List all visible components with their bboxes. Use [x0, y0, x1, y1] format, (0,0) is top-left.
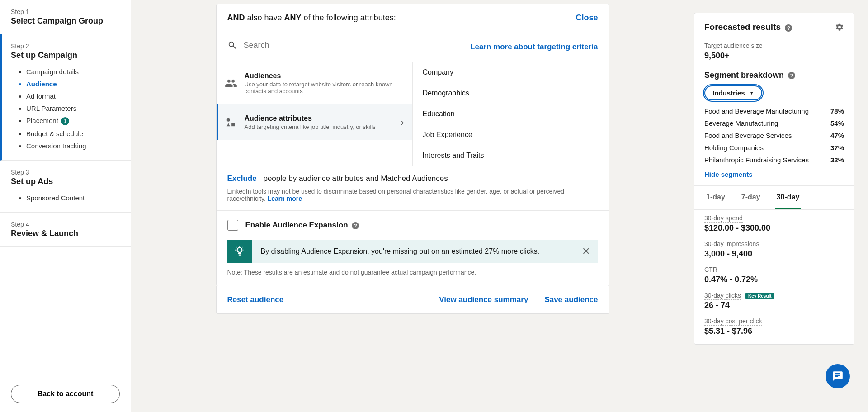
step-label: Step 4 [11, 221, 120, 228]
segment-row: Philanthropic Fundraising Services32% [694, 154, 854, 166]
exclude-row: Exclude people by audience attributes an… [217, 166, 609, 188]
forecast-title: Forecasted results ? [704, 22, 792, 32]
chevron-right-icon: › [401, 117, 404, 128]
step-2-items: Campaign details Audience Ad format URL … [26, 66, 120, 152]
subcat-demographics[interactable]: Demographics [413, 83, 609, 104]
audiences-title: Audiences [245, 72, 404, 80]
step-title: Set up Campaign [11, 51, 120, 60]
step-title: Set up Ads [11, 177, 120, 186]
exclude-link[interactable]: Exclude [227, 174, 257, 183]
tab-30day[interactable]: 30-day [775, 186, 802, 209]
step-4[interactable]: Step 4 Review & Launch [0, 213, 131, 247]
gear-icon[interactable] [835, 23, 844, 32]
step-label: Step 2 [11, 43, 120, 50]
disclaimer: LinkedIn tools may not be used to discri… [217, 188, 609, 211]
attributes-title: Audience attributes [245, 114, 376, 123]
metric-impressions: 30-day impressions 3,000 - 9,400 [694, 236, 854, 261]
chat-icon [832, 370, 844, 382]
hide-segments-link[interactable]: Hide segments [694, 166, 854, 186]
audiences-option[interactable]: Audiences Use your data to retarget webs… [217, 62, 412, 104]
metric-spend: 30-day spend $120.00 - $300.00 [694, 210, 854, 236]
target-size-label: Target audience size [704, 42, 762, 50]
people-icon [225, 77, 237, 90]
substep-ad-format[interactable]: Ad format [26, 90, 120, 102]
main-content: AND also have ANY of the following attri… [131, 0, 694, 412]
view-summary-button[interactable]: View audience summary [439, 295, 528, 304]
actions-bar: Reset audience View audience summary Sav… [216, 286, 609, 314]
step-3[interactable]: Step 3 Set up Ads Sponsored Content [0, 161, 131, 213]
subcat-company[interactable]: Company [413, 62, 609, 83]
help-icon[interactable]: ? [352, 222, 359, 229]
subcat-education[interactable]: Education [413, 104, 609, 124]
help-icon[interactable]: ? [785, 24, 792, 32]
metric-cpc: 30-day cost per click $5.31 - $7.96 [694, 313, 854, 339]
segment-row: Beverage Manufacturing54% [694, 117, 854, 129]
chat-fab[interactable] [826, 364, 850, 388]
alert-text: By disabling Audience Expansion, you're … [252, 240, 574, 263]
enable-expansion-label: Enable Audience Expansion ? [245, 221, 359, 230]
subcat-interests-traits[interactable]: Interests and Traits [413, 145, 609, 166]
expansion-alert: By disabling Audience Expansion, you're … [227, 240, 598, 263]
svg-point-2 [237, 247, 242, 252]
reset-audience-button[interactable]: Reset audience [227, 295, 284, 304]
help-icon[interactable]: ? [788, 72, 795, 79]
back-to-account-button[interactable]: Back to account [11, 385, 120, 403]
step-title: Review & Launch [11, 229, 120, 238]
segment-list: Food and Beverage Manufacturing78% Bever… [694, 105, 854, 166]
lightbulb-icon [234, 246, 245, 257]
segment-row: Holding Companies37% [694, 142, 854, 154]
learn-more-targeting-link[interactable]: Learn more about targeting criteria [470, 43, 598, 52]
shapes-icon [225, 116, 237, 129]
placement-badge: 1 [61, 117, 69, 125]
substep-placement[interactable]: Placement1 [26, 114, 120, 128]
alert-close-button[interactable]: ✕ [574, 246, 598, 257]
substep-sponsored-content[interactable]: Sponsored Content [26, 192, 120, 204]
attributes-panel: AND also have ANY of the following attri… [216, 4, 609, 286]
tab-7day[interactable]: 7-day [740, 186, 762, 209]
audience-attributes-option[interactable]: Audience attributes Add targeting criter… [217, 104, 412, 140]
substep-conversion-tracking[interactable]: Conversion tracking [26, 140, 120, 152]
sidebar: Step 1 Select Campaign Group Step 2 Set … [0, 0, 131, 412]
search-input[interactable] [244, 41, 372, 50]
substep-budget-schedule[interactable]: Budget & schedule [26, 128, 120, 140]
substep-audience[interactable]: Audience [26, 78, 120, 90]
subcat-job-experience[interactable]: Job Experience [413, 124, 609, 145]
segment-select[interactable]: Industries [704, 85, 762, 100]
svg-point-0 [226, 118, 230, 121]
step-1[interactable]: Step 1 Select Campaign Group [0, 0, 131, 34]
step-label: Step 3 [11, 169, 120, 176]
disclaimer-learn-more-link[interactable]: Learn more [268, 195, 302, 202]
substep-campaign-details[interactable]: Campaign details [26, 66, 120, 78]
tab-1day[interactable]: 1-day [704, 186, 727, 209]
step-2[interactable]: Step 2 Set up Campaign Campaign details … [0, 34, 131, 161]
search-icon [227, 40, 237, 50]
audiences-desc: Use your data to retarget website visito… [245, 81, 404, 95]
metric-ctr: CTR 0.47% - 0.72% [694, 261, 854, 287]
attribute-category-list: Audiences Use your data to retarget webs… [217, 62, 413, 166]
save-audience-button[interactable]: Save audience [544, 295, 598, 304]
and-any-prefix: AND also have ANY of the following attri… [227, 13, 396, 23]
exclude-text: people by audience attributes and Matche… [261, 174, 448, 183]
target-size-value: 9,500+ [704, 51, 844, 61]
key-result-badge: Key Result [745, 293, 774, 299]
forecast-panel: Forecasted results ? Target audience siz… [694, 13, 854, 345]
search-box[interactable] [227, 40, 372, 53]
substep-url-parameters[interactable]: URL Parameters [26, 102, 120, 114]
step-3-items: Sponsored Content [26, 192, 120, 204]
forecast-tabs: 1-day 7-day 30-day [694, 186, 854, 210]
svg-rect-1 [231, 123, 235, 126]
segment-row: Food and Beverage Manufacturing78% [694, 105, 854, 117]
step-title: Select Campaign Group [11, 16, 120, 26]
attributes-desc: Add targeting criteria like job title, i… [245, 123, 376, 130]
close-button[interactable]: Close [576, 13, 598, 23]
step-label: Step 1 [11, 8, 120, 15]
segment-row: Food and Beverage Services47% [694, 129, 854, 142]
estimate-note: Note: These results are an estimate and … [217, 269, 609, 286]
metric-clicks: 30-day clicksKey Result 26 - 74 [694, 287, 854, 313]
segment-breakdown-title: Segment breakdown ? [694, 64, 854, 84]
enable-expansion-checkbox[interactable] [227, 220, 238, 231]
attribute-subcategory-list: Company Demographics Education Job Exper… [413, 62, 609, 166]
